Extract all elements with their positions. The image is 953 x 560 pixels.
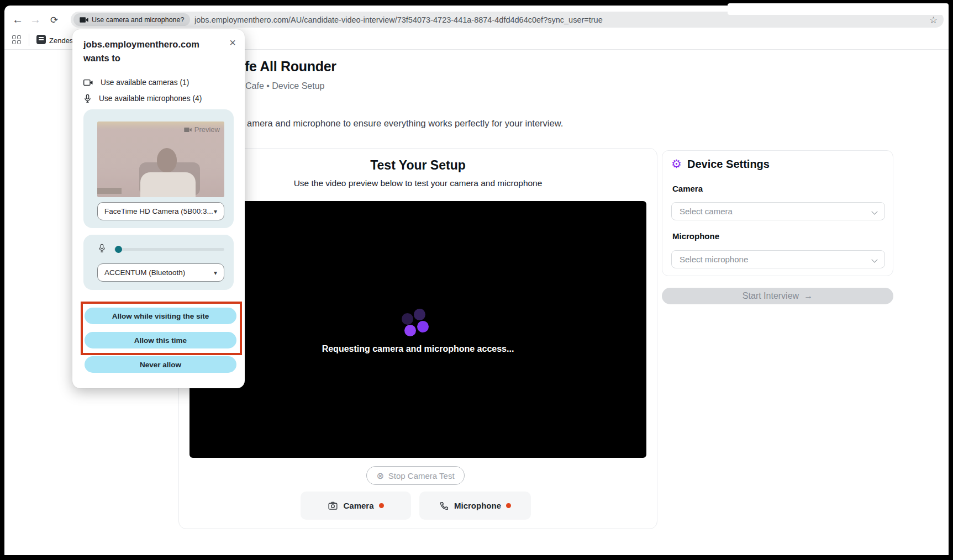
camera-preview-panel: Preview FaceTime HD Camera (5B00:3... ▾ [83,109,234,228]
test-setup-subheading: Use the video preview below to test your… [179,178,657,188]
gear-icon: ⚙ [671,157,682,171]
phone-icon [439,501,449,511]
popup-camera-select-value: FaceTime HD Camera (5B00:3... [104,207,213,215]
microphone-panel: ACCENTUM (Bluetooth) ▾ [83,235,234,290]
intro-text: amera and microphone to ensure everythin… [247,118,563,129]
spinner-dot [414,309,425,320]
page-title: fe All Rounder [245,59,336,75]
caret-down-icon: ▾ [214,208,217,215]
close-icon[interactable]: × [229,37,236,48]
permission-chip-label: Use camera and microphone? [92,16,184,24]
bookmark-zendesk[interactable]: Zendes [49,36,73,45]
url-text: jobs.employmenthero.com/AU/candidate-vid… [194,15,603,24]
microphone-field-label: Microphone [672,231,719,241]
camera-toggle-button[interactable]: Camera [301,492,411,520]
test-setup-heading: Test Your Setup [179,158,657,173]
requesting-access-status: Requesting camera and microphone access.… [189,344,646,354]
camera-select-value: Select camera [680,207,733,216]
mic-level-track [114,248,224,251]
camera-icon [328,501,338,510]
camera-preview: Preview [97,121,224,197]
never-allow-button[interactable]: Never allow [85,356,236,373]
popup-title: jobs.employmenthero.com wants to [83,38,199,65]
start-interview-button[interactable]: Start Interview → [662,288,893,304]
microphones-permission-row: Use available microphones (4) [83,94,202,103]
microphone-button-label: Microphone [454,501,501,510]
chevron-down-icon [871,256,877,262]
microphones-permission-label: Use available microphones (4) [99,94,202,103]
videocam-icon [80,17,88,23]
camera-status-dot [379,503,384,508]
device-settings-heading: Device Settings [687,158,770,171]
chevron-down-icon [871,208,877,214]
cameras-permission-row: Use available cameras (1) [83,78,189,87]
popup-microphone-select[interactable]: ACCENTUM (Bluetooth) ▾ [97,263,224,282]
permission-chip[interactable]: Use camera and microphone? [73,13,190,26]
breadcrumb: Cafe • Device Setup [245,81,324,91]
spinner-dot [404,325,416,336]
microphone-icon [98,243,106,253]
video-preview-area: Requesting camera and microphone access.… [189,201,646,458]
stop-camera-test-label: Stop Camera Test [388,471,455,480]
apps-grid-icon[interactable] [12,35,22,45]
arrow-right-icon: → [804,291,813,301]
annotation-highlight-box [81,302,242,355]
spinner-dot [417,321,429,332]
zendesk-favicon[interactable] [36,35,46,44]
popup-microphone-select-value: ACCENTUM (Bluetooth) [104,268,185,277]
microphone-icon [83,94,92,103]
camera-select[interactable]: Select camera [671,202,885,220]
preview-badge: Preview [184,125,220,134]
back-icon[interactable]: ← [10,12,25,27]
bookmark-star-icon[interactable]: ☆ [929,14,938,26]
popup-title-line1: jobs.employmenthero.com [83,38,199,51]
mic-level-indicator [115,246,122,253]
microphone-select[interactable]: Select microphone [671,250,885,268]
camera-button-label: Camera [343,501,373,510]
start-interview-label: Start Interview [743,291,799,301]
popup-title-line2: wants to [83,51,199,65]
stop-icon: ⊗ [376,471,383,481]
spinner-dot [402,313,413,325]
test-setup-card: Test Your Setup Use the video preview be… [178,148,657,529]
popup-camera-select[interactable]: FaceTime HD Camera (5B00:3... ▾ [97,202,224,220]
device-settings-card: ⚙ Device Settings Camera Select camera M… [662,150,893,276]
caret-down-icon: ▾ [214,269,217,277]
reload-icon[interactable]: ⟳ [46,12,62,28]
cameras-permission-label: Use available cameras (1) [101,78,189,87]
videocam-icon [83,79,93,86]
forward-icon[interactable]: → [28,12,43,27]
stop-camera-test-button[interactable]: ⊗ Stop Camera Test [366,466,465,485]
preview-badge-label: Preview [194,125,220,134]
microphone-select-value: Select microphone [680,255,748,264]
bookmarks-separator [29,34,29,46]
videocam-icon [184,127,192,133]
microphone-status-dot [506,503,511,508]
background-window-fragment [728,3,949,15]
microphone-toggle-button[interactable]: Microphone [419,492,531,520]
camera-field-label: Camera [672,184,703,193]
